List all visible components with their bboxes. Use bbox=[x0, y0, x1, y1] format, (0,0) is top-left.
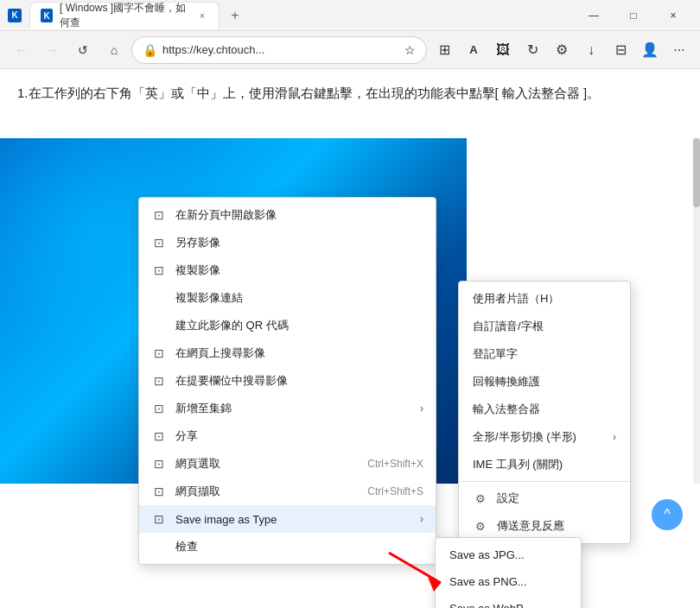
tab-favicon: K bbox=[41, 9, 53, 22]
favorites-icon[interactable]: ⊟ bbox=[607, 36, 634, 64]
share-item[interactable]: ⊡ 分享 bbox=[139, 422, 436, 450]
open-newtab-icon: ⊡ bbox=[151, 207, 167, 223]
search-sidebar-item[interactable]: ⊡ 在提要欄位中搜尋影像 bbox=[139, 367, 436, 395]
collection-icon: ⊡ bbox=[151, 401, 167, 416]
ime-settings-item[interactable]: ⚙ 設定 bbox=[459, 484, 630, 512]
forward-button[interactable]: → bbox=[38, 36, 66, 64]
search-sidebar-icon: ⊡ bbox=[151, 373, 167, 389]
save-webp-item[interactable]: Save as WebP... bbox=[436, 595, 581, 608]
ime-feedback-item[interactable]: ⚙ 傳送意見反應 bbox=[459, 512, 630, 540]
search-web-icon: ⊡ bbox=[151, 345, 167, 361]
gear2-icon: ⚙ bbox=[473, 518, 488, 534]
collection-arrow-icon: › bbox=[420, 402, 423, 415]
web-capture-item[interactable]: ⊡ 網頁擷取 Ctrl+Shift+S bbox=[139, 478, 436, 505]
tab-title: [ Windows ]國字不會睡，如何查 bbox=[60, 1, 189, 30]
address-bar[interactable]: 🔒 https://key.chtouch... ☆ bbox=[131, 36, 427, 64]
copy-image-item[interactable]: ⊡ 複製影像 bbox=[139, 256, 436, 284]
page-text: 1.在工作列的右下角「英」或「中」上，使用滑鼠右鍵點擊，在出現的功能表中點擊[ … bbox=[17, 83, 683, 104]
nav-bar: ← → ↺ ⌂ 🔒 https://key.chtouch... ☆ ⊞ A 🖼… bbox=[0, 31, 700, 69]
browser-icon: K bbox=[7, 8, 22, 23]
nav-icons-right: ⊞ A 🖼 ↻ ⚙ ↓ ⊟ 👤 ··· bbox=[430, 36, 693, 64]
ime-custom-read-item[interactable]: 自訂讀音/字根 bbox=[459, 313, 630, 340]
qr-icon bbox=[151, 318, 167, 333]
tab-bar: K [ Windows ]國字不會睡，如何查 × + bbox=[29, 2, 574, 29]
ime-user-phrase-item[interactable]: 使用者片語（H） bbox=[459, 285, 630, 313]
save-image-item[interactable]: ⊡ 另存影像 bbox=[139, 229, 436, 256]
extensions-icon[interactable]: ⊞ bbox=[430, 36, 458, 64]
more-icon[interactable]: ··· bbox=[665, 36, 693, 64]
web-select-icon: ⊡ bbox=[151, 456, 167, 472]
share-icon: ⊡ bbox=[151, 428, 167, 444]
image-icon[interactable]: 🖼 bbox=[489, 36, 517, 64]
web-select-item[interactable]: ⊡ 網頁選取 Ctrl+Shift+X bbox=[139, 450, 436, 478]
translate-icon[interactable]: A bbox=[460, 36, 487, 64]
home-button[interactable]: ⌂ bbox=[100, 36, 128, 64]
star-icon: ☆ bbox=[404, 43, 416, 57]
save-type-arrow-icon: › bbox=[420, 513, 423, 525]
copy-link-item[interactable]: 複製影像連結 bbox=[139, 284, 436, 312]
context-menu: ⊡ 在新分頁中開啟影像 ⊡ 另存影像 ⊡ 複製影像 複製影像連結 建立此影像的 … bbox=[138, 197, 436, 565]
tab-close-button[interactable]: × bbox=[196, 9, 208, 22]
lock-icon: 🔒 bbox=[143, 43, 157, 57]
search-web-item[interactable]: ⊡ 在網頁上搜尋影像 bbox=[139, 339, 436, 367]
web-capture-icon: ⊡ bbox=[151, 484, 167, 499]
save-type-submenu: Save as JPG... Save as PNG... Save as We… bbox=[435, 537, 582, 608]
download-icon[interactable]: ↓ bbox=[577, 36, 605, 64]
ime-register-word-item[interactable]: 登記單字 bbox=[459, 340, 630, 368]
title-bar: K K [ Windows ]國字不會睡，如何查 × + — □ × bbox=[0, 0, 700, 31]
window-controls: — □ × bbox=[574, 0, 693, 31]
ime-convert-track-item[interactable]: 回報轉換維護 bbox=[459, 368, 630, 396]
save-png-item[interactable]: Save as PNG... bbox=[436, 568, 581, 595]
address-text: https://key.chtouch... bbox=[162, 43, 399, 56]
copy-link-icon bbox=[151, 290, 167, 306]
scrollbar[interactable] bbox=[693, 138, 700, 484]
settings-icon[interactable]: ⚙ bbox=[548, 36, 576, 64]
copy-image-icon: ⊡ bbox=[151, 263, 167, 278]
minimize-button[interactable]: — bbox=[574, 0, 614, 31]
gear-icon: ⚙ bbox=[473, 491, 488, 506]
refresh-button[interactable]: ↺ bbox=[69, 36, 97, 64]
scroll-up-button[interactable]: ^ bbox=[652, 499, 683, 530]
ime-full-half-item[interactable]: 全形/半形切換 (半形) › bbox=[459, 423, 630, 451]
ime-context-menu: 使用者片語（H） 自訂讀音/字根 登記單字 回報轉換維護 輸入法整合器 全形/半… bbox=[458, 281, 631, 544]
new-tab-button[interactable]: + bbox=[223, 3, 247, 28]
close-button[interactable]: × bbox=[653, 0, 693, 31]
save-type-icon: ⊡ bbox=[151, 511, 167, 527]
save-image-type-item[interactable]: ⊡ Save image as Type › bbox=[139, 505, 436, 533]
create-qr-item[interactable]: 建立此影像的 QR 代碼 bbox=[139, 312, 436, 339]
ime-integrated-item[interactable]: 輸入法整合器 bbox=[459, 396, 630, 423]
save-image-icon: ⊡ bbox=[151, 235, 167, 250]
open-new-tab-item[interactable]: ⊡ 在新分頁中開啟影像 bbox=[139, 201, 436, 229]
back-button[interactable]: ← bbox=[7, 36, 35, 64]
page-content: 1.在工作列的右下角「英」或「中」上，使用滑鼠右鍵點擊，在出現的功能表中點擊[ … bbox=[0, 69, 700, 608]
maximize-button[interactable]: □ bbox=[614, 0, 653, 31]
active-tab[interactable]: K [ Windows ]國字不會睡，如何查 × bbox=[29, 2, 220, 29]
ime-divider bbox=[459, 481, 630, 482]
title-bar-left: K bbox=[7, 8, 22, 23]
refresh2-icon[interactable]: ↻ bbox=[519, 36, 546, 64]
add-collection-item[interactable]: ⊡ 新增至集錦 › bbox=[139, 395, 436, 422]
save-jpg-item[interactable]: Save as JPG... bbox=[436, 542, 581, 568]
inspect-item[interactable]: 檢查 bbox=[139, 533, 436, 560]
ime-tools-item[interactable]: IME 工具列 (關閉) bbox=[459, 451, 630, 478]
scrollbar-thumb[interactable] bbox=[693, 138, 700, 207]
profile-icon[interactable]: 👤 bbox=[636, 36, 664, 64]
inspect-icon bbox=[151, 539, 167, 554]
